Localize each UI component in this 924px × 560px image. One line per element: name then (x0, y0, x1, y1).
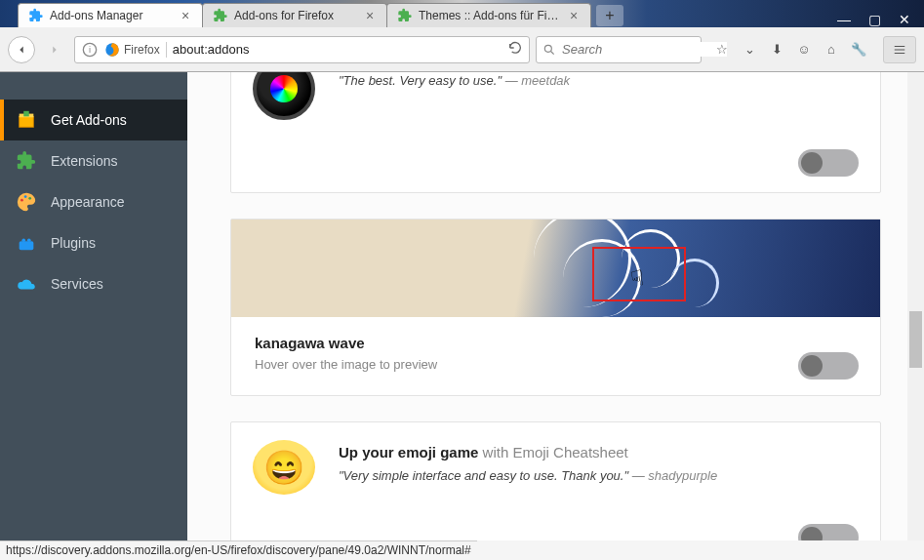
addon-icon (253, 72, 315, 120)
puzzle-icon (213, 8, 228, 23)
content-pane[interactable]: "The best. Very easy to use." — meetdak … (187, 72, 924, 540)
review-quote: "The best. Very easy to use." (339, 73, 502, 88)
addon-subtitle: with Emoji Cheatsheet (478, 444, 627, 460)
svg-point-13 (27, 238, 31, 242)
svg-rect-5 (20, 116, 34, 127)
back-button[interactable] (8, 36, 35, 63)
box-icon (16, 109, 37, 131)
titlebar: Add-ons Manager × Add-ons for Firefox × … (0, 0, 924, 27)
puzzle-icon (397, 8, 413, 23)
identity-badge[interactable]: Firefox (104, 42, 167, 58)
sidebar-item-label: Plugins (51, 235, 96, 251)
review-author: — shadypurple (632, 468, 717, 483)
svg-point-12 (21, 238, 25, 242)
arrow-left-icon (15, 43, 28, 57)
close-icon[interactable]: × (363, 8, 377, 23)
palette-icon (16, 191, 37, 213)
theme-preview[interactable]: ☟ (231, 220, 880, 317)
sidebar-item-appearance[interactable]: Appearance (0, 181, 187, 222)
addon-card-emoji: 😄 Up your emoji game with Emoji Cheatshe… (230, 421, 881, 540)
svg-line-4 (551, 51, 554, 54)
tab-addons-for-firefox[interactable]: Add-ons for Firefox × (202, 3, 387, 27)
navbar: i Firefox ☆ ⌄ ⬇ ☺ ⌂ 🔧 (0, 27, 924, 72)
tab-addons-manager[interactable]: Add-ons Manager × (18, 3, 203, 27)
svg-rect-11 (20, 241, 34, 250)
smiley-icon[interactable]: ☺ (795, 41, 813, 59)
app-menu-button[interactable] (883, 36, 916, 63)
svg-point-9 (24, 195, 27, 198)
new-tab-button[interactable]: + (596, 5, 623, 26)
svg-point-3 (544, 45, 551, 52)
svg-text:i: i (89, 45, 91, 55)
search-bar[interactable] (536, 36, 702, 63)
addon-title: Up your emoji game (339, 444, 478, 460)
window-controls: — ▢ ✕ (837, 10, 924, 27)
lego-icon (16, 232, 37, 254)
tab-label: Add-ons for Firefox (234, 9, 357, 22)
sidebar: Get Add-ons Extensions Appearance Plugin… (0, 72, 187, 540)
identity-label: Firefox (124, 43, 160, 57)
sidebar-item-label: Get Add-ons (51, 112, 127, 128)
scrollbar[interactable] (907, 72, 924, 540)
search-icon (542, 41, 556, 59)
sidebar-item-services[interactable]: Services (0, 263, 187, 304)
hamburger-icon (892, 43, 907, 57)
cloud-icon (16, 273, 37, 295)
puzzle-icon (28, 8, 44, 23)
downloads-icon[interactable]: ⬇ (768, 41, 785, 59)
review-author: — meetdak (505, 73, 570, 88)
bookmark-star-icon[interactable]: ☆ (713, 41, 731, 59)
tab-label: Themes :: Add-ons für Fir… (419, 9, 561, 22)
arrow-right-icon (48, 43, 61, 57)
dev-icon[interactable]: 🔧 (850, 41, 867, 59)
status-bar: https://discovery.addons.mozilla.org/en-… (0, 540, 477, 560)
rainbow-ring-icon (270, 75, 298, 102)
emoji-icon: 😄 (253, 440, 315, 495)
reload-icon (507, 40, 523, 56)
pocket-icon[interactable]: ⌄ (741, 41, 758, 59)
close-window-button[interactable]: ✕ (899, 12, 910, 27)
puzzle-icon (16, 150, 37, 172)
addon-card: "The best. Very easy to use." — meetdak (230, 72, 881, 193)
search-input[interactable] (562, 42, 727, 57)
firefox-icon (104, 42, 120, 58)
toolbar-icons: ☆ ⌄ ⬇ ☺ ⌂ 🔧 (707, 41, 873, 59)
sidebar-item-get-addons[interactable]: Get Add-ons (0, 100, 187, 140)
sidebar-item-label: Appearance (51, 194, 125, 210)
install-toggle[interactable] (798, 524, 859, 540)
review-quote: "Very simple interface and easy to use. … (339, 468, 628, 483)
scroll-thumb[interactable] (909, 311, 922, 368)
tab-label: Add-ons Manager (50, 9, 173, 22)
theme-card-kanagawa: ☟ kanagawa wave Hover over the image to … (230, 219, 881, 396)
close-icon[interactable]: × (179, 8, 192, 23)
sidebar-item-label: Extensions (51, 153, 117, 169)
maximize-button[interactable]: ▢ (868, 12, 881, 27)
install-toggle[interactable] (798, 149, 859, 177)
minimize-button[interactable]: — (837, 12, 851, 27)
tab-strip: Add-ons Manager × Add-ons for Firefox × … (18, 3, 623, 27)
install-toggle[interactable] (798, 352, 859, 380)
svg-rect-7 (23, 111, 29, 117)
reload-button[interactable] (507, 40, 523, 59)
sidebar-item-label: Services (51, 276, 103, 292)
sidebar-item-plugins[interactable]: Plugins (0, 222, 187, 263)
main-area: Get Add-ons Extensions Appearance Plugin… (0, 72, 924, 540)
forward-button[interactable] (41, 36, 68, 63)
sidebar-item-extensions[interactable]: Extensions (0, 140, 187, 181)
svg-point-10 (28, 197, 31, 200)
info-icon[interactable]: i (81, 41, 99, 59)
home-icon[interactable]: ⌂ (823, 41, 840, 59)
tab-themes[interactable]: Themes :: Add-ons für Fir… × (386, 3, 591, 27)
url-bar[interactable]: i Firefox (74, 36, 530, 63)
close-icon[interactable]: × (567, 8, 581, 23)
status-text: https://discovery.addons.mozilla.org/en-… (6, 543, 471, 557)
svg-point-8 (20, 199, 23, 202)
url-input[interactable] (173, 42, 502, 57)
